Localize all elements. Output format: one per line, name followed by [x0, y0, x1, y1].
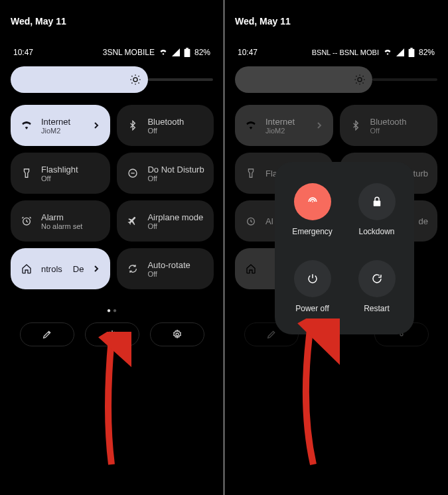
power-menu: Emergency Lockdown Power off Restart	[275, 162, 414, 334]
tile-subtitle: JioM2	[41, 127, 84, 135]
clock: 10:47	[238, 48, 258, 57]
airplane-icon	[126, 214, 139, 228]
brightness-slider[interactable]	[235, 66, 437, 93]
tile-airplane[interactable]: Airplane mode Off	[117, 200, 213, 242]
wifi-icon	[20, 119, 33, 132]
settings-button[interactable]	[150, 322, 204, 346]
tile-autorotate[interactable]: Auto-rotate Off	[117, 248, 213, 289]
carrier: BSNL -- BSNL MOBI	[312, 48, 379, 56]
annotation-arrow	[92, 332, 131, 471]
svg-point-5	[176, 333, 179, 336]
emergency-icon	[294, 183, 331, 220]
tile-title: Airplane mode	[147, 212, 204, 222]
dnd-icon	[126, 167, 139, 180]
carrier: 3SNL MOBILE	[103, 48, 155, 57]
edit-button[interactable]	[20, 322, 74, 346]
bluetooth-icon	[126, 119, 139, 132]
status-bar: 10:47 3SNL MOBILE 82%	[0, 48, 224, 57]
bluetooth-icon	[349, 119, 362, 132]
home-icon	[244, 262, 258, 275]
brightness-slider[interactable]	[11, 66, 213, 93]
tile-subtitle: No alarm set	[41, 222, 101, 230]
status-bar: 10:47 BSNL -- BSNL MOBI 82%	[224, 48, 448, 57]
restart-icon	[358, 260, 396, 297]
tile-title: Bluetooth	[370, 117, 429, 127]
autorotate-icon	[126, 262, 139, 275]
svg-point-2	[133, 78, 137, 82]
tile-subtitle: Off	[41, 175, 101, 182]
tile-subtitle: JioM2	[265, 127, 307, 135]
svg-rect-6	[410, 48, 413, 49]
tile-title: Auto-rotate	[147, 260, 204, 270]
lock-icon	[358, 183, 396, 220]
tile-title: Flashlight	[41, 165, 101, 175]
svg-rect-7	[409, 49, 415, 57]
chevron-right-icon	[315, 121, 324, 130]
power-menu-label: Lockdown	[358, 227, 394, 236]
chevron-right-icon	[92, 121, 101, 130]
tile-title: Alarm	[41, 212, 101, 222]
chevron-right-icon	[92, 264, 101, 273]
svg-rect-1	[185, 49, 190, 57]
tile-subtitle: Off	[147, 175, 204, 182]
date-text: Wed, May 11	[11, 16, 66, 27]
tile-title: Do Not Disturb	[147, 165, 204, 175]
wifi-icon	[159, 48, 168, 56]
tile-alarm[interactable]: Alarm No alarm set	[11, 200, 110, 242]
battery-icon	[408, 48, 415, 57]
tile-title: Internet	[265, 117, 307, 127]
power-icon	[294, 260, 331, 297]
power-menu-label: Emergency	[292, 227, 333, 236]
brightness-icon	[354, 74, 366, 86]
tile-subtitle: Off	[147, 127, 204, 135]
battery-icon	[184, 48, 190, 57]
tile-title: Internet	[41, 117, 84, 127]
power-menu-restart[interactable]: Restart	[347, 251, 406, 322]
pencil-icon	[266, 329, 277, 340]
battery-percent: 82%	[194, 48, 210, 57]
power-menu-poweroff[interactable]: Power off	[283, 251, 342, 322]
tile-flashlight[interactable]: Flashlight Off	[11, 153, 110, 194]
pencil-icon	[42, 329, 52, 340]
tile-label-right: De	[73, 264, 84, 274]
tile-dnd[interactable]: Do Not Disturb Off	[117, 153, 213, 194]
page-dots: ● ●	[0, 307, 224, 314]
tile-label-left: ntrols	[41, 264, 62, 274]
power-button[interactable]	[85, 322, 139, 346]
tile-subtitle: Off	[147, 270, 204, 278]
tile-subtitle: Off	[370, 127, 429, 135]
svg-point-8	[358, 78, 362, 82]
alarm-icon	[244, 214, 258, 228]
date-text: Wed, May 11	[235, 16, 291, 27]
battery-percent: 82%	[419, 48, 435, 57]
tile-title: Bluetooth	[147, 117, 204, 127]
footer-buttons	[11, 322, 213, 346]
phone-right: Wed, May 11 10:47 BSNL -- BSNL MOBI 82% …	[224, 0, 448, 495]
power-menu-label: Restart	[364, 304, 390, 313]
tile-bluetooth[interactable]: Bluetooth Off	[117, 105, 213, 146]
power-menu-emergency[interactable]: Emergency	[283, 174, 342, 246]
home-icon	[20, 262, 33, 275]
power-menu-lockdown[interactable]: Lockdown	[347, 174, 406, 246]
phone-left: Wed, May 11 10:47 3SNL MOBILE 82% Intern…	[0, 0, 224, 495]
power-menu-label: Power off	[295, 304, 329, 313]
signal-icon	[172, 48, 180, 56]
tile-bluetooth[interactable]: Bluetooth Off	[340, 105, 438, 146]
tile-device-controls[interactable]: ntrols De	[11, 248, 110, 289]
flashlight-icon	[20, 167, 33, 180]
flashlight-icon	[244, 167, 258, 180]
wifi-icon	[383, 48, 392, 56]
svg-rect-0	[186, 48, 188, 49]
quick-tiles: Internet JioM2 Bluetooth Off Flashlight …	[11, 105, 213, 289]
clock: 10:47	[13, 48, 33, 57]
tile-title: de	[419, 216, 428, 226]
wifi-icon	[244, 119, 258, 132]
brightness-icon	[129, 74, 141, 86]
tile-subtitle: Off	[147, 222, 204, 230]
power-icon	[107, 329, 117, 340]
tile-internet[interactable]: Internet JioM2	[11, 105, 110, 146]
gear-icon	[172, 329, 183, 340]
signal-icon	[396, 48, 404, 56]
alarm-icon	[20, 214, 33, 228]
tile-internet[interactable]: Internet JioM2	[235, 105, 333, 146]
